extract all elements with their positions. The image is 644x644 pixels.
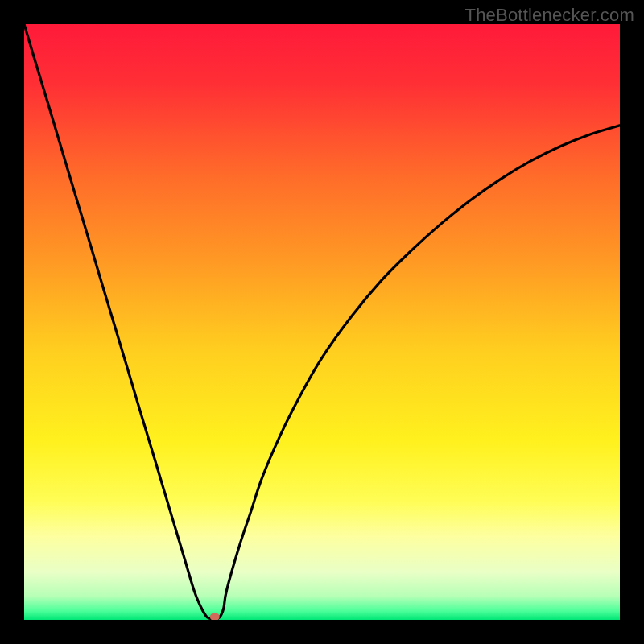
- curve-layer: [24, 24, 620, 620]
- bottleneck-curve: [24, 24, 620, 619]
- watermark-text: TheBottlenecker.com: [465, 5, 634, 26]
- chart-frame: TheBottlenecker.com: [0, 0, 644, 644]
- plot-area: [24, 24, 620, 620]
- optimal-marker: [210, 613, 220, 620]
